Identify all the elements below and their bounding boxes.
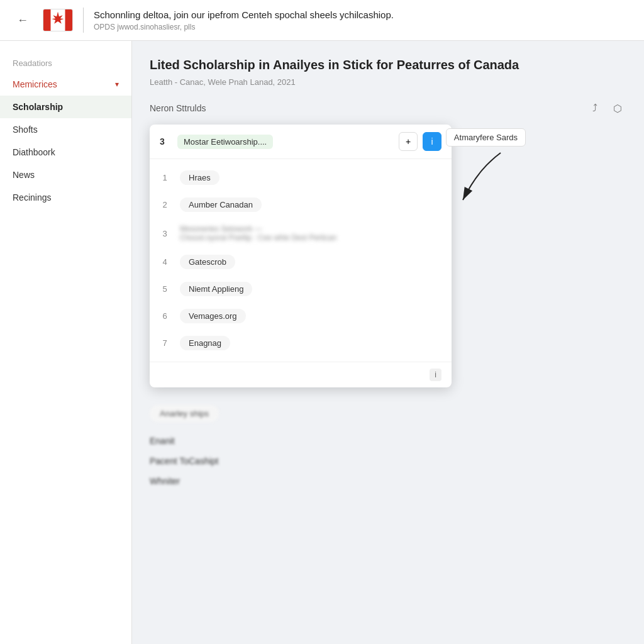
info-button[interactable]: i: [423, 132, 441, 151]
expand-icon-button[interactable]: ⬡: [609, 99, 626, 117]
item-number: 3: [160, 229, 170, 238]
sidebar-dropdown-label: Memicrices: [13, 79, 57, 89]
sidebar-item-scholarship[interactable]: Scholarship: [0, 96, 131, 118]
list-item: 7 Enagnag: [150, 330, 452, 357]
header-subtitle: OPDS jwwod.sinohasliesr, plls: [94, 23, 631, 31]
section-title: Neron Sttrulds: [150, 103, 206, 113]
svg-rect-1: [43, 9, 51, 31]
blurred-line1: Mesoneries Setowork —: [180, 225, 441, 233]
share-icon-button[interactable]: ⤴: [586, 99, 604, 117]
bottom-content: Anarley ships Enanit Pacent ToCashipt Wh…: [150, 405, 626, 491]
add-button[interactable]: +: [399, 132, 418, 151]
blurred-line2: Choool.nyoral Poeltip : Cee whle Dest Pe…: [180, 233, 441, 242]
sidebar: Readatiors Memicrices ▾ Scholarship Shof…: [0, 41, 132, 644]
content-subtitle: Leatth - Canac, Wele Pnah Lanad, 2021: [150, 77, 626, 87]
popup-header: 3 Mostar Eetiwoarship.... + i: [150, 125, 452, 159]
header-text-block: Schonnling deltoa, join our ipefrom Cent…: [94, 9, 631, 31]
item-number: 5: [160, 284, 170, 294]
item-number: 1: [160, 173, 170, 182]
header-divider: [83, 8, 84, 33]
header-title: Schonnling deltoa, join our ipefrom Cent…: [94, 9, 631, 21]
sidebar-section-label: Readatiors: [0, 53, 131, 73]
bottom-section-tag: Anarley ships: [150, 405, 219, 422]
sidebar-item-label: Recinings: [13, 192, 51, 203]
section-actions: ⤴ ⬡: [586, 99, 626, 117]
item-tag[interactable]: Gatescrob: [180, 255, 235, 269]
main-layout: Readatiors Memicrices ▾ Scholarship Shof…: [0, 41, 644, 644]
popup-header-actions: + i: [399, 132, 441, 151]
bottom-item-0: Enanit: [150, 431, 626, 451]
item-number: 4: [160, 257, 170, 267]
content-title: Lited Scholarship in Anailyes in Stick f…: [150, 56, 626, 74]
tooltip-arrow-icon: [457, 150, 507, 209]
sidebar-item-memicrices[interactable]: Memicrices ▾: [0, 73, 131, 96]
chevron-down-icon: ▾: [115, 80, 119, 89]
content-area: Lited Scholarship in Anailyes in Stick f…: [132, 41, 644, 644]
blurred-item: Mesoneries Setowork — Choool.nyoral Poel…: [180, 225, 441, 242]
list-item: 4 Gatescrob: [150, 248, 452, 275]
sidebar-item-label: Diathboork: [13, 147, 55, 157]
sidebar-item-shofts[interactable]: Shofts: [0, 118, 131, 141]
item-number: 7: [160, 338, 170, 348]
item-tag[interactable]: Niemt Applieng: [180, 282, 252, 296]
item-tag[interactable]: Vemages.org: [180, 309, 246, 323]
tooltip-label: Atmaryfere Sards: [446, 128, 526, 147]
list-item: 3 Mesoneries Setowork — Choool.nyoral Po…: [150, 218, 452, 248]
app-header: ← Schonnling deltoa, join our ipefrom Ce…: [0, 0, 644, 41]
item-number: 6: [160, 311, 170, 321]
sidebar-item-label: Shofts: [13, 125, 38, 135]
popup-footer: i: [150, 362, 452, 387]
sidebar-item-recinings[interactable]: Recinings: [0, 186, 131, 209]
canada-flag-icon: [43, 9, 73, 31]
popup-header-tag: Mostar Eetiwoarship....: [177, 135, 273, 149]
footer-badge: i: [430, 369, 441, 381]
sidebar-item-label: Scholarship: [13, 102, 63, 112]
section-header: Neron Sttrulds ⤴ ⬡: [150, 99, 626, 117]
sidebar-item-diathboork[interactable]: Diathboork: [0, 141, 131, 164]
item-tag[interactable]: Enagnag: [180, 336, 230, 350]
list-item: 5 Niemt Applieng: [150, 275, 452, 303]
sidebar-item-label: News: [13, 170, 35, 180]
svg-rect-2: [65, 9, 73, 31]
item-tag[interactable]: Aumber Canadan: [180, 197, 262, 212]
bottom-item-1: Pacent ToCashipt: [150, 451, 626, 471]
back-button[interactable]: ←: [13, 10, 33, 30]
item-number: 2: [160, 200, 170, 209]
popup-list: 1 Hraes 2 Aumber Canadan 3 Mesoneries Se…: [150, 159, 452, 362]
popup-header-num: 3: [160, 136, 172, 147]
list-item: 2 Aumber Canadan: [150, 191, 452, 218]
item-tag[interactable]: Hraes: [180, 170, 219, 185]
list-item: 6 Vemages.org: [150, 303, 452, 330]
bottom-item-2: Whniter: [150, 471, 626, 491]
tooltip-popup: 3 Mostar Eetiwoarship.... + i 1 Hraes: [150, 125, 452, 387]
sidebar-item-news[interactable]: News: [0, 164, 131, 186]
list-item: 1 Hraes: [150, 164, 452, 191]
popup-container: Atmaryfere Sards 3 Mostar Eetiwoa: [150, 125, 626, 387]
